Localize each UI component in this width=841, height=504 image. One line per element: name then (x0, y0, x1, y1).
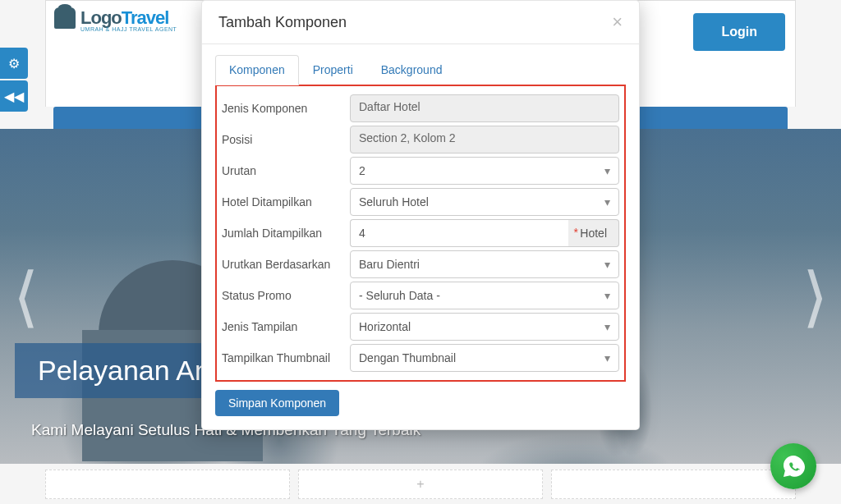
modal-tambah-komponen: Tambah Komponen × Komponen Properti Back… (201, 0, 640, 430)
modal-close-button[interactable]: × (612, 13, 623, 31)
urutkan-select[interactable]: Baru Dientri ▾ (350, 250, 619, 278)
tampilan-value: Horizontal (359, 320, 411, 333)
jumlah-input[interactable] (350, 219, 568, 247)
promo-value: - Seluruh Data - (359, 289, 440, 302)
posisi-value: Section 2, Kolom 2 (350, 126, 619, 153)
urutkan-label: Urutkan Berdasarkan (222, 253, 350, 276)
modal-title: Tambah Komponen (218, 14, 347, 31)
urutkan-value: Baru Dientri (359, 258, 420, 271)
jenis-komponen-value: Daftar Hotel (350, 94, 619, 122)
tab-properti[interactable]: Properti (299, 55, 367, 85)
urutan-label: Urutan (222, 159, 350, 182)
modal-tabs: Komponen Properti Background (215, 54, 626, 85)
thumbnail-select[interactable]: Dengan Thumbnail ▾ (350, 344, 619, 372)
posisi-label: Posisi (222, 128, 350, 151)
tampilan-label: Jenis Tampilan (222, 315, 350, 338)
promo-select[interactable]: - Seluruh Data - ▾ (350, 282, 619, 309)
chevron-down-icon: ▾ (604, 351, 610, 364)
chevron-down-icon: ▾ (604, 164, 610, 177)
urutan-select[interactable]: 2 ▾ (350, 157, 619, 185)
chevron-down-icon: ▾ (604, 320, 610, 333)
whatsapp-icon (780, 453, 807, 479)
close-icon: × (612, 11, 623, 32)
hotel-label: Hotel Ditampilkan (222, 190, 350, 213)
promo-label: Status Promo (222, 284, 350, 307)
thumbnail-label: Tampilkan Thumbnail (222, 346, 350, 369)
whatsapp-fab[interactable] (770, 443, 816, 489)
chevron-down-icon: ▾ (604, 289, 610, 302)
simpan-komponen-button[interactable]: Simpan Komponen (215, 390, 339, 416)
tab-komponen[interactable]: Komponen (215, 55, 299, 85)
urutan-value: 2 (359, 164, 365, 177)
tab-background[interactable]: Background (367, 55, 457, 85)
form-highlight-frame: Jenis Komponen Daftar Hotel Posisi Secti… (215, 85, 626, 382)
thumbnail-value: Dengan Thumbnail (359, 351, 456, 364)
hotel-value: Seluruh Hotel (359, 195, 429, 208)
chevron-down-icon: ▾ (604, 258, 610, 271)
required-indicator: * (574, 226, 578, 239)
hotel-select[interactable]: Seluruh Hotel ▾ (350, 188, 619, 216)
jumlah-label: Jumlah Ditampilkan (222, 222, 350, 245)
chevron-down-icon: ▾ (604, 195, 610, 208)
tampilan-select[interactable]: Horizontal ▾ (350, 313, 619, 341)
jenis-komponen-label: Jenis Komponen (222, 97, 350, 120)
